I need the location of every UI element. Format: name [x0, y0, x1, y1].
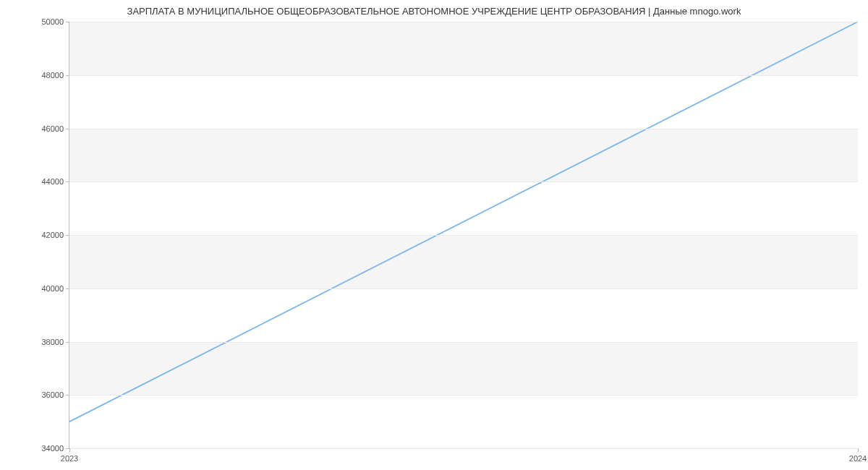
x-tick-label: 2024: [849, 448, 867, 463]
y-tick-label: 50000: [41, 17, 69, 26]
y-gridline: [69, 129, 858, 129]
y-tick-label: 38000: [41, 338, 69, 346]
y-gridline: [69, 22, 858, 22]
y-tick-label: 46000: [41, 124, 69, 133]
y-gridline: [69, 75, 858, 76]
y-gridline: [69, 289, 858, 289]
y-gridline: [69, 235, 858, 236]
chart-title: ЗАРПЛАТА В МУНИЦИПАЛЬНОЕ ОБЩЕОБРАЗОВАТЕЛ…: [0, 6, 868, 17]
y-tick-label: 48000: [41, 71, 69, 80]
y-gridline: [69, 395, 858, 396]
y-tick-label: 36000: [41, 390, 69, 399]
y-tick-label: 40000: [41, 284, 69, 293]
y-gridline: [69, 448, 858, 449]
y-gridline: [69, 181, 858, 182]
y-tick-label: 44000: [41, 177, 69, 186]
chart-container: ЗАРПЛАТА В МУНИЦИПАЛЬНОЕ ОБЩЕОБРАЗОВАТЕЛ…: [0, 0, 868, 470]
y-tick-label: 42000: [41, 231, 69, 239]
x-tick-label: 2023: [61, 448, 78, 463]
y-gridline: [69, 342, 858, 343]
plot-area: 3400036000380004000042000440004600048000…: [69, 22, 858, 449]
data-line: [69, 22, 858, 422]
